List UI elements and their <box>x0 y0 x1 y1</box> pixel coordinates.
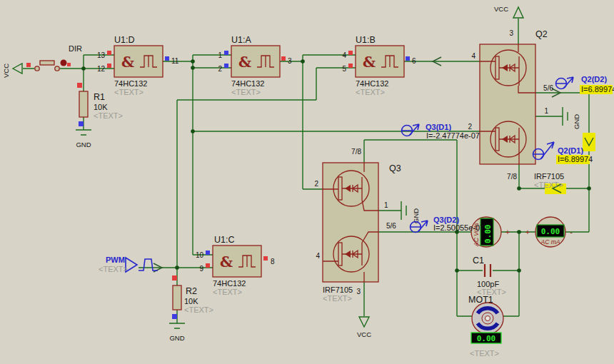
u1c-pin9: 9 <box>199 265 203 273</box>
u1a-pin3: 3 <box>288 57 292 65</box>
q3-pin56: 5/6 <box>386 222 396 230</box>
u1d-amp: & <box>121 54 134 71</box>
capacitor-c1[interactable]: C1 100pF <TEXT> <box>473 256 506 296</box>
q3-pin2: 2 <box>314 180 318 188</box>
q2-pin3: 3 <box>509 29 513 37</box>
highlight-arrow-down <box>583 133 595 151</box>
u1c-pin8: 8 <box>271 258 275 266</box>
u1d-text: <TEXT> <box>114 88 144 96</box>
u1a-ref: U1:A <box>231 35 251 45</box>
gnd-r2-label: GND <box>169 334 184 342</box>
vcc-left-label: VCC <box>2 64 10 78</box>
vcc-top-label: VCC <box>494 5 508 13</box>
probe-q2d1-value: I=6.89974 <box>558 155 593 163</box>
c1-ref: C1 <box>473 256 484 266</box>
gate-u1c[interactable]: & U1:C 74HC132 <TEXT> 10 9 8 <box>196 235 275 296</box>
logic-state-square <box>165 56 169 61</box>
probe-q2d2-value: I=6.89974 <box>581 85 614 93</box>
q2-pin78: 7/8 <box>507 173 517 181</box>
button-state-icon <box>61 60 67 66</box>
mot1-ref: MOT1 <box>468 295 493 305</box>
gnd-terminal-q3[interactable]: GND <box>401 201 420 223</box>
r2-ref: R2 <box>186 286 197 296</box>
probe-q2d2[interactable]: Q2(D2) I=6.89974 <box>556 75 614 94</box>
q2-ref: Q2 <box>535 29 548 39</box>
u1a-pin1: 1 <box>218 51 222 59</box>
pwm-generator[interactable]: PWM <TEXT> <box>99 256 158 273</box>
q2-pin56: 5/6 <box>543 84 553 92</box>
schematic-svg: VCC VCC VCC GND GND GND GND DIR R1 10K <box>0 0 614 364</box>
logic-state-square <box>281 56 286 61</box>
gate-u1d[interactable]: & U1:D 74HC132 <TEXT> 13 12 11 <box>97 35 179 96</box>
ammeter-reading: 0.00 <box>541 227 560 236</box>
u1b-pin5: 5 <box>342 65 346 73</box>
u1b-amp: & <box>363 54 376 71</box>
gate-u1b[interactable]: & U1:B 74HC132 <TEXT> 4 5 6 <box>342 35 416 96</box>
mot1-text: <TEXT> <box>470 349 499 358</box>
q3-ref: Q3 <box>389 163 401 173</box>
probe-q3d2[interactable]: Q3(D2) I=2.50055e-07 <box>411 216 485 233</box>
r1-value: 10K <box>94 103 108 111</box>
q2-pin1: 1 <box>544 107 548 115</box>
u1c-part: 74HC132 <box>213 279 246 288</box>
logic-state-square <box>107 51 111 55</box>
pwm-text: <TEXT> <box>99 265 128 273</box>
u1b-text: <TEXT> <box>356 88 385 96</box>
vcc-terminal-left[interactable]: VCC <box>2 64 22 78</box>
mosfet-q3[interactable]: Q3 7/8 2 1 5/6 4 3 IRF7105 <TEXT> <box>314 148 401 303</box>
logic-state-square <box>224 51 228 55</box>
logic-state-square <box>172 314 177 319</box>
r1-text: <TEXT> <box>94 111 123 120</box>
motor-mot1[interactable]: MOT1 0.00 <TEXT> <box>468 295 503 358</box>
logic-state-square <box>26 63 31 67</box>
probe-q2d2-name: Q2(D2) <box>581 75 607 84</box>
logic-state-square <box>172 275 177 280</box>
u1a-amp: & <box>238 54 251 71</box>
ammeter-label: AC mA <box>540 238 560 246</box>
dir-net-label: DIR <box>69 44 82 53</box>
q2-pin4: 4 <box>471 52 475 60</box>
r2-text: <TEXT> <box>184 305 213 314</box>
gnd-r1-label: GND <box>76 141 91 148</box>
logic-state-square <box>107 64 111 68</box>
gnd-terminal-q2[interactable]: GND <box>563 107 580 129</box>
u1b-pin4: 4 <box>342 51 346 59</box>
q2-text: <TEXT> <box>534 181 563 189</box>
dir-pushbutton[interactable] <box>35 60 71 71</box>
gate-u1a[interactable]: & U1:A 74HC132 <TEXT> 1 2 3 <box>218 35 292 96</box>
r1-ref: R1 <box>94 92 105 102</box>
motor-reading: 0.00 <box>477 334 496 343</box>
logic-state-square <box>263 256 268 261</box>
r2-value: 10K <box>184 297 198 305</box>
vcc-terminal-bottom[interactable]: VCC <box>357 317 371 338</box>
q3-pin1: 1 <box>384 201 388 209</box>
u1d-pin13: 13 <box>97 51 106 59</box>
mosfet-q2[interactable]: Q2 3 4 5/6 1 2 7/8 IRF7105 <TEXT> <box>468 29 564 189</box>
pwm-net-label: PWM <box>106 256 125 264</box>
schematic-canvas: VCC VCC VCC GND GND GND GND DIR R1 10K <box>0 0 614 364</box>
u1b-part: 74HC132 <box>356 79 388 88</box>
probe-q3d2-value: I=2.50055e-07 <box>433 223 484 232</box>
q3-pin78: 7/8 <box>351 148 361 156</box>
probe-q2d1-name: Q2(D1) <box>558 146 583 155</box>
gnd-terminal-r2[interactable]: GND <box>169 323 185 342</box>
vcc-terminal-top[interactable]: VCC <box>494 5 523 18</box>
ammeter-minus: - <box>570 228 573 236</box>
logic-state-square <box>67 63 71 66</box>
u1b-pin6: 6 <box>412 57 416 65</box>
logic-state-square <box>348 51 353 55</box>
u1c-text: <TEXT> <box>213 288 242 296</box>
logic-state-square <box>77 83 82 88</box>
logic-state-square <box>206 251 210 255</box>
u1d-pin11: 11 <box>171 57 179 65</box>
resistor-r2[interactable]: R2 10K <TEXT> <box>172 275 213 319</box>
u1a-text: <TEXT> <box>231 88 261 96</box>
u1b-ref: U1:B <box>356 35 376 45</box>
q3-pin3: 3 <box>356 288 361 295</box>
ammeter-plus: + <box>525 228 530 236</box>
u1d-pin12: 12 <box>97 65 106 73</box>
logic-state-square <box>79 121 84 126</box>
u1d-ref: U1:D <box>114 35 134 45</box>
gnd-terminal-r1[interactable]: GND <box>76 130 91 148</box>
q3-text: <TEXT> <box>323 294 352 303</box>
